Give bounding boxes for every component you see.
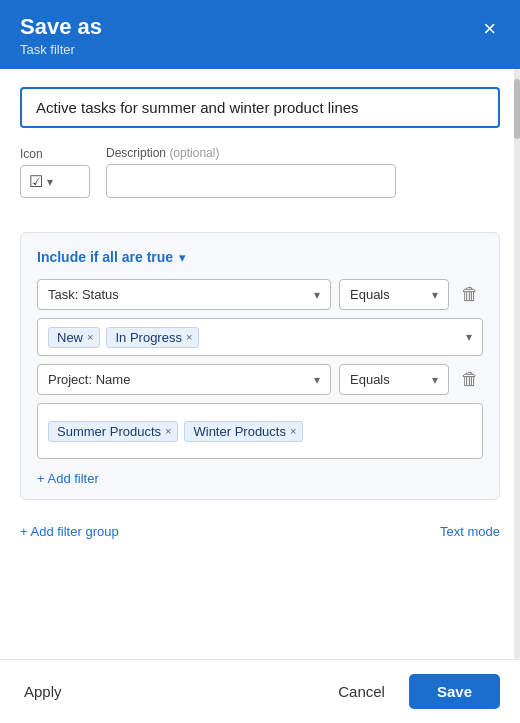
filter-row-2: Project: Name ▾ Equals ▾ 🗑 (37, 364, 483, 395)
scrollbar-thumb[interactable] (514, 79, 520, 139)
task-status-chevron: ▾ (314, 288, 320, 302)
tag-new: New × (48, 327, 100, 348)
task-status-label: Task: Status (48, 287, 119, 302)
equals-label-1: Equals (350, 287, 390, 302)
description-label: Description (optional) (106, 146, 500, 160)
modal-subtitle: Task filter (20, 42, 102, 57)
scrollbar-track[interactable] (514, 69, 520, 659)
filter-row-1: Task: Status ▾ Equals ▾ 🗑 (37, 279, 483, 310)
equals-label-2: Equals (350, 372, 390, 387)
equals-select-1[interactable]: Equals ▾ (339, 279, 449, 310)
footer-right: Cancel Save (326, 674, 500, 709)
save-button[interactable]: Save (409, 674, 500, 709)
include-chevron: ▾ (179, 250, 186, 265)
modal-footer: Apply Cancel Save (0, 659, 520, 723)
tag-summer: Summer Products × (48, 421, 178, 442)
icon-chevron: ▾ (47, 175, 53, 189)
description-input[interactable] (106, 164, 396, 198)
text-mode-button[interactable]: Text mode (440, 524, 500, 539)
tag-winter-close[interactable]: × (290, 426, 296, 437)
add-filter-group-row: + Add filter group Text mode (20, 516, 500, 547)
tag-summer-label: Summer Products (57, 424, 161, 439)
tag-in-progress-close[interactable]: × (186, 332, 192, 343)
optional-label: (optional) (169, 146, 219, 160)
tags-row-1[interactable]: New × In Progress × ▾ (37, 318, 483, 356)
delete-filter-1-button[interactable]: 🗑 (457, 280, 483, 309)
tag-in-progress: In Progress × (106, 327, 199, 348)
footer-left: Apply (20, 675, 66, 708)
filter-group: Include if all are true ▾ Task: Status ▾… (20, 232, 500, 500)
icon-field-group: Icon ☑ ▾ (20, 147, 90, 198)
icon-select[interactable]: ☑ ▾ (20, 165, 90, 198)
equals-select-2[interactable]: Equals ▾ (339, 364, 449, 395)
tag-new-close[interactable]: × (87, 332, 93, 343)
tag-summer-close[interactable]: × (165, 426, 171, 437)
header-left: Save as Task filter (20, 14, 102, 57)
modal-dialog: Save as Task filter × Icon ☑ ▾ (0, 0, 520, 723)
tags-inner-2: Summer Products × Winter Products × (48, 421, 472, 442)
tag-new-label: New (57, 330, 83, 345)
tags-inner-1: New × In Progress × (48, 327, 472, 348)
cancel-button[interactable]: Cancel (326, 675, 397, 708)
modal-title: Save as (20, 14, 102, 40)
scroll-wrapper: Icon ☑ ▾ Description (optional) (0, 69, 520, 659)
apply-button[interactable]: Apply (20, 675, 66, 708)
checkbox-icon: ☑ (29, 172, 43, 191)
add-filter-group-button[interactable]: + Add filter group (20, 524, 119, 539)
include-header[interactable]: Include if all are true ▾ (37, 249, 483, 265)
project-name-label: Project: Name (48, 372, 130, 387)
modal-body: Icon ☑ ▾ Description (optional) (0, 69, 520, 567)
delete-filter-2-button[interactable]: 🗑 (457, 365, 483, 394)
equals-chevron-1: ▾ (432, 288, 438, 302)
modal-header: Save as Task filter × (0, 0, 520, 69)
tags-row-2[interactable]: Summer Products × Winter Products × (37, 403, 483, 459)
icon-label: Icon (20, 147, 90, 161)
project-name-chevron: ▾ (314, 373, 320, 387)
task-status-select[interactable]: Task: Status ▾ (37, 279, 331, 310)
project-name-select[interactable]: Project: Name ▾ (37, 364, 331, 395)
filter-name-input[interactable] (20, 87, 500, 128)
close-button[interactable]: × (479, 16, 500, 42)
tag-winter-label: Winter Products (193, 424, 285, 439)
include-label: Include if all are true (37, 249, 173, 265)
tag-in-progress-label: In Progress (115, 330, 181, 345)
equals-chevron-2: ▾ (432, 373, 438, 387)
fields-row: Icon ☑ ▾ Description (optional) (20, 146, 500, 198)
tags-chevron-1: ▾ (466, 330, 472, 344)
description-field-group: Description (optional) (106, 146, 500, 198)
tag-winter: Winter Products × (184, 421, 303, 442)
add-filter-button[interactable]: + Add filter (37, 471, 99, 486)
spacer (20, 216, 500, 232)
